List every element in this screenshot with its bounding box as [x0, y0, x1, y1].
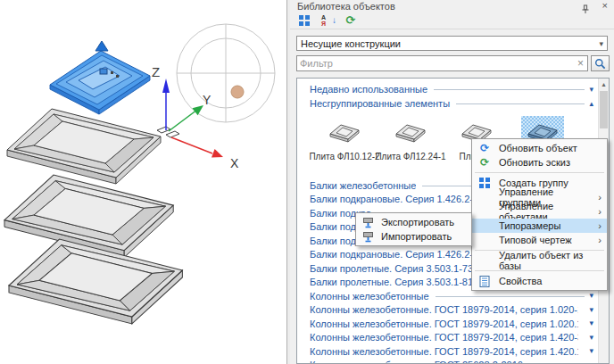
menu-separator: [475, 172, 604, 173]
search-icon: [594, 58, 606, 70]
chevron-down-icon: ▾: [589, 334, 593, 342]
section-ungrouped-elements[interactable]: Несгруппированные элементы ▴: [297, 96, 597, 111]
thumbnail-label: Плита ФЛ12.24-1: [375, 152, 445, 161]
category-select-value: Несущие конструкции: [301, 38, 599, 49]
scroll-up-icon[interactable]: ▴: [599, 79, 609, 90]
submenu-arrow-icon: ›: [598, 221, 602, 231]
tiles-icon: [298, 14, 311, 27]
category-select[interactable]: Несущие конструкции ▾: [296, 36, 608, 51]
axis-z-label: Z: [152, 64, 160, 79]
chevron-down-icon: ▾: [589, 292, 593, 300]
submenu-arrow-icon: ›: [598, 207, 602, 217]
thumbnail-plate-2[interactable]: Плита ФЛ12.24-1: [378, 111, 444, 178]
grip-dot-2: [116, 75, 119, 78]
axis-z-arrow: [162, 79, 170, 93]
tree-item[interactable]: Колонны железобетонные▾: [297, 289, 597, 303]
menu-item-export[interactable]: Экспортировать: [356, 215, 471, 229]
foundation-slab-gray-3[interactable]: [9, 239, 182, 324]
thumbnail-label: Плита ФЛ10.12-2: [309, 152, 379, 161]
grip-arrow-up[interactable]: [95, 41, 108, 51]
chevron-down-icon: ▾: [589, 319, 593, 327]
menu-item-typical-drawing[interactable]: Типовой чертеж ›: [472, 233, 607, 247]
sort-az-icon: А Я ↓: [321, 14, 334, 27]
slab-thumbnail-icon: [323, 116, 366, 148]
menu-item-import[interactable]: Импортировать: [356, 229, 471, 244]
panel-title: Библиотека объектов: [297, 1, 395, 12]
scrollbar-thumb[interactable]: [600, 91, 608, 128]
menu-item-update-sketch[interactable]: ⟳ Обновить эскиз: [472, 155, 607, 170]
refresh-library-button[interactable]: ⟳: [343, 13, 359, 28]
orbit-point[interactable]: [231, 86, 244, 98]
menu-item-typesizes[interactable]: Типоразмеры ›: [472, 219, 607, 233]
axis-x-line: [171, 137, 212, 153]
properties-icon: [477, 275, 492, 287]
foundation-slab-gray-2[interactable]: [4, 175, 173, 257]
chevron-down-icon: ▾: [589, 86, 593, 94]
filter-input[interactable]: [300, 58, 577, 69]
search-button[interactable]: [591, 55, 610, 71]
filter-field: ×: [296, 55, 588, 71]
tree-item[interactable]: Колонны железобетонные. ГОСТ 18979-2014,…: [297, 303, 597, 318]
refresh-sketch-icon: ⟳: [477, 156, 492, 169]
tree-item[interactable]: Колонны железобетонные. ГОСТ 18979-2014,…: [297, 331, 597, 345]
axis-y-line: [169, 110, 197, 131]
sort-alphabetical-button[interactable]: А Я ↓: [319, 13, 336, 28]
section-rule: [456, 103, 585, 104]
close-icon[interactable]: ×: [602, 0, 608, 12]
tree-item[interactable]: Колонны железобетонные. ГОСТ 25628.2-201…: [297, 359, 597, 364]
grip-dot-1: [111, 71, 113, 74]
foundation-pad-selected[interactable]: [50, 41, 150, 114]
chevron-down-icon: ▾: [599, 39, 603, 48]
viewport-3d[interactable]: Z Y X: [0, 0, 286, 364]
view-tiles-button[interactable]: [296, 13, 312, 28]
section-rule: [434, 89, 585, 90]
tree-item[interactable]: Колонны железобетонные. ГОСТ 18979-2014,…: [297, 317, 597, 331]
foundation-slab-gray-1[interactable]: [7, 109, 161, 184]
submenu-arrow-icon: ›: [598, 236, 602, 245]
chevron-up-icon: ▴: [589, 100, 593, 108]
pin-icon[interactable]: [580, 2, 591, 12]
grip-square[interactable]: [100, 69, 107, 74]
context-menu: ⟳ Обновить объект ⟳ Обновить эскиз Созда…: [471, 138, 608, 291]
axis-x-arrow: [212, 149, 223, 157]
tree-item[interactable]: Колонны железобетонные. ГОСТ 18979-2014,…: [297, 344, 597, 359]
viewport-canvas: Z Y X: [0, 0, 286, 364]
menu-item-delete-object[interactable]: Удалить объект из базы: [472, 253, 607, 268]
chevron-down-icon: ▾: [589, 347, 593, 355]
menu-item-update-object[interactable]: ⟳ Обновить объект: [472, 141, 607, 155]
export-icon: [361, 216, 375, 228]
axis-x-label: X: [230, 156, 239, 170]
typesizes-submenu: Экспортировать Импортировать: [355, 212, 472, 246]
slab-thumbnail-icon: [389, 116, 432, 148]
panel-toolbar: А Я ↓ ⟳: [290, 12, 614, 29]
axis-y-label: Y: [203, 93, 212, 107]
section-recently-used[interactable]: Недавно использованные ▾: [297, 82, 597, 96]
create-group-icon: [477, 177, 492, 189]
clear-filter-icon[interactable]: ×: [577, 58, 585, 69]
refresh-icon: ⟳: [346, 14, 356, 27]
orbit-navigation-wheel[interactable]: [177, 24, 275, 122]
import-icon: [361, 230, 375, 243]
refresh-object-icon: ⟳: [477, 142, 492, 154]
chevron-down-icon: ▾: [589, 306, 593, 314]
menu-item-manage-objects[interactable]: Управление объектами ›: [472, 204, 607, 219]
submenu-arrow-icon: ›: [598, 193, 602, 203]
menu-item-properties[interactable]: Свойства: [472, 274, 607, 288]
thumbnail-plate-1[interactable]: Плита ФЛ10.12-2: [311, 111, 378, 178]
